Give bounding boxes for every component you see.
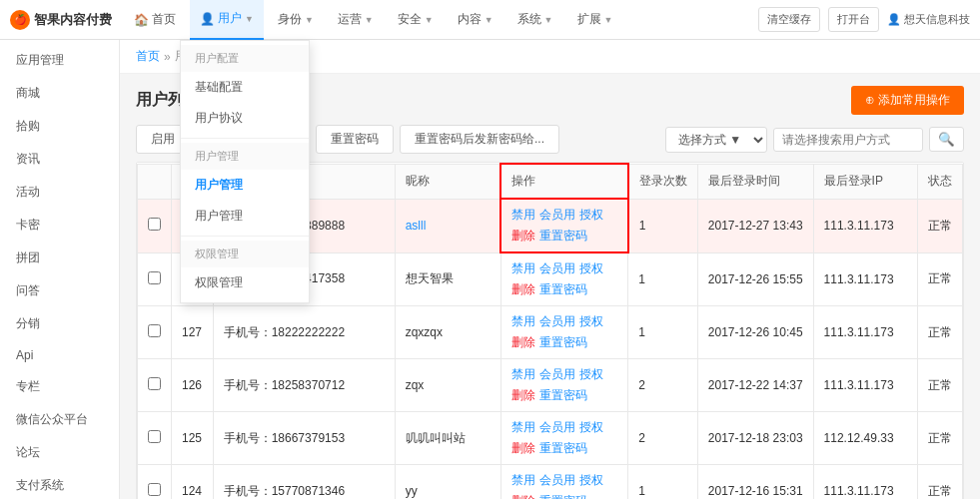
nav-content[interactable]: 内容 ▼ (448, 0, 503, 40)
row-checkbox-cell (138, 306, 172, 359)
action-会员用-link[interactable]: 会员用 (539, 313, 575, 330)
nav-user[interactable]: 👤 用户 ▼ 用户配置 基础配置 用户协议 用户管理 用户管理 用户管理 权限管… (190, 0, 264, 40)
row-checkbox-4[interactable] (148, 430, 161, 443)
user-management-item[interactable]: 用户管理 (181, 170, 309, 201)
action-删除-link[interactable]: 删除 (511, 281, 535, 298)
row-checkbox-3[interactable] (148, 377, 161, 390)
action-禁用-link[interactable]: 禁用 (511, 472, 535, 489)
system-caret: ▼ (544, 15, 553, 25)
status-cell: 正常 (918, 412, 963, 465)
user-mgmt-section: 用户管理 用户管理 用户管理 (181, 139, 309, 237)
last-login-ip-cell: 111.3.11.173 (813, 359, 917, 412)
search-input[interactable] (773, 128, 923, 152)
last-login-time-cell: 2017-12-26 10:45 (697, 306, 813, 359)
basic-config-item[interactable]: 基础配置 (181, 72, 309, 103)
row-checkbox-5[interactable] (148, 483, 161, 496)
last-login-time-cell: 2017-12-26 15:55 (697, 252, 813, 306)
action-删除-link[interactable]: 删除 (511, 334, 535, 351)
action-会员用-link[interactable]: 会员用 (539, 260, 575, 277)
action-授权-link[interactable]: 授权 (579, 207, 603, 224)
row-checkbox-cell (138, 465, 172, 500)
sidebar-item-activity[interactable]: 活动 (0, 176, 119, 209)
action-会员用-link[interactable]: 会员用 (539, 207, 575, 224)
nav-operations[interactable]: 运营 ▼ (328, 0, 384, 40)
nav-system[interactable]: 系统 ▼ (507, 0, 563, 40)
nav-identity[interactable]: 身份 ▼ (268, 0, 324, 40)
sidebar-item-shop[interactable]: 商城 (0, 77, 119, 110)
breadcrumb-home[interactable]: 首页 (136, 48, 160, 65)
last-login-time-cell: 2017-12-27 13:43 (697, 199, 813, 252)
action-重置密码-link[interactable]: 重置密码 (539, 440, 587, 457)
action-授权-link[interactable]: 授权 (579, 260, 603, 277)
login-count-cell: 2 (628, 412, 698, 465)
action-重置密码-link[interactable]: 重置密码 (539, 334, 587, 351)
sidebar-item-purchase[interactable]: 拾购 (0, 110, 119, 143)
sidebar-item-qa[interactable]: 问答 (0, 274, 119, 307)
action-会员用-link[interactable]: 会员用 (539, 419, 575, 436)
table-row: 125 手机号：18667379153 叽叽叫叫站 禁用 会员用 授权 删除 重… (138, 412, 963, 465)
column-actions: 操作 (500, 164, 627, 199)
login-count-cell: 1 (628, 465, 698, 500)
action-删除-link[interactable]: 删除 (511, 440, 535, 457)
user-agreement-item[interactable]: 用户协议 (181, 103, 309, 134)
nav-right-area: 清空缓存 打开台 👤 想天信息科技 (758, 7, 970, 32)
clear-cache-button[interactable]: 清空缓存 (758, 7, 820, 32)
action-禁用-link[interactable]: 禁用 (511, 419, 535, 436)
action-禁用-link[interactable]: 禁用 (511, 207, 535, 224)
uid-cell: 125 (172, 412, 214, 465)
table-row: 126 手机号：18258370712 zqx 禁用 会员用 授权 删除 重置密… (138, 359, 963, 412)
user-management2-item[interactable]: 用户管理 (181, 201, 309, 232)
add-operation-button[interactable]: ⊕ 添加常用操作 (851, 86, 964, 115)
sidebar-item-api[interactable]: Api (0, 340, 119, 370)
user-config-title: 用户配置 (181, 45, 309, 72)
nav-expand[interactable]: 扩展 ▼ (567, 0, 623, 40)
user-dropdown-menu: 用户配置 基础配置 用户协议 用户管理 用户管理 用户管理 权限管理 权限管理 (180, 40, 310, 303)
sidebar-item-group[interactable]: 拼团 (0, 242, 119, 274)
action-禁用-link[interactable]: 禁用 (511, 260, 535, 277)
open-platform-button[interactable]: 打开台 (828, 7, 879, 32)
reset-copy-button[interactable]: 重置密码后发新密码给... (400, 125, 559, 154)
sidebar-item-wechat[interactable]: 微信公众平台 (0, 403, 119, 436)
row-checkbox-2[interactable] (148, 324, 161, 337)
row-checkbox-1[interactable] (148, 271, 161, 284)
login-count-cell: 1 (628, 252, 698, 306)
sidebar-item-news[interactable]: 资讯 (0, 143, 119, 176)
reset-password-button[interactable]: 重置密码 (316, 125, 394, 154)
action-授权-link[interactable]: 授权 (579, 313, 603, 330)
action-重置密码-link[interactable]: 重置密码 (539, 387, 587, 404)
sidebar-item-forum[interactable]: 论坛 (0, 436, 119, 469)
nav-security[interactable]: 安全 ▼ (388, 0, 444, 40)
search-method-select[interactable]: 选择方式 ▼ (665, 127, 767, 153)
action-删除-link[interactable]: 删除 (511, 493, 535, 499)
sidebar-item-column[interactable]: 专栏 (0, 370, 119, 403)
sidebar-item-card[interactable]: 卡密 (0, 209, 119, 242)
action-授权-link[interactable]: 授权 (579, 366, 603, 383)
sidebar: 应用管理 商城 拾购 资讯 活动 卡密 拼团 问答 (0, 40, 120, 499)
action-重置密码-link[interactable]: 重置密码 (539, 228, 587, 245)
column-login-count: 登录次数 (628, 164, 698, 199)
action-删除-link[interactable]: 删除 (511, 228, 535, 245)
action-重置密码-link[interactable]: 重置密码 (539, 281, 587, 298)
search-button[interactable]: 🔍 (929, 127, 964, 152)
action-删除-link[interactable]: 删除 (511, 387, 535, 404)
user-mgmt-title: 用户管理 (181, 143, 309, 170)
uid-cell: 124 (172, 465, 214, 500)
nav-home[interactable]: 🏠 首页 (124, 0, 186, 40)
action-禁用-link[interactable]: 禁用 (511, 313, 535, 330)
sidebar-item-app-management[interactable]: 应用管理 (0, 44, 119, 77)
row-checkbox-0[interactable] (148, 218, 161, 231)
top-navigation: 🍎 智果内容付费 🏠 首页 👤 用户 ▼ 用户配置 基础配置 用户协议 用户管理… (0, 0, 980, 40)
action-禁用-link[interactable]: 禁用 (511, 366, 535, 383)
login-count-cell: 1 (628, 199, 698, 252)
last-login-time-cell: 2017-12-18 23:03 (697, 412, 813, 465)
login-count-cell: 1 (628, 306, 698, 359)
action-授权-link[interactable]: 授权 (579, 419, 603, 436)
status-cell: 正常 (918, 199, 963, 252)
action-会员用-link[interactable]: 会员用 (539, 472, 575, 489)
sidebar-item-payment[interactable]: 支付系统 (0, 469, 119, 499)
action-重置密码-link[interactable]: 重置密码 (539, 493, 587, 499)
sidebar-item-distribution[interactable]: 分销 (0, 307, 119, 340)
action-授权-link[interactable]: 授权 (579, 472, 603, 489)
permission-item[interactable]: 权限管理 (181, 267, 309, 298)
action-会员用-link[interactable]: 会员用 (539, 366, 575, 383)
